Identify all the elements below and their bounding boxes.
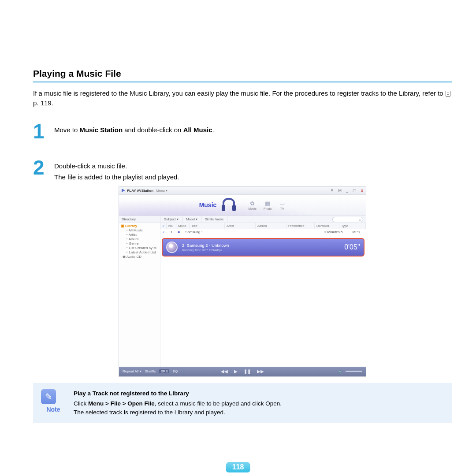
content-area: ✓ No. Mood Title Artist Album Preference…	[160, 223, 366, 367]
nav-tv[interactable]: ▭TV	[279, 200, 286, 210]
column-headers: ✓ No. Mood Title Artist Album Preference…	[160, 223, 366, 229]
note-label: Note	[41, 406, 66, 413]
track-row-1[interactable]: ✓ 1 ■ Samsung 1 ☆☆☆☆☆ 2 Minutes 5... MP3	[160, 229, 366, 235]
disc-icon	[166, 242, 178, 253]
srs-button[interactable]: SRS	[159, 369, 169, 373]
row1-no: 1	[171, 230, 172, 234]
titlebar-maximize-button[interactable]: ▢	[353, 188, 357, 193]
sidebar-item-latest-added[interactable]: ⁃ Latest Added List	[121, 250, 158, 254]
menu-dropdown[interactable]: Menu ▾	[156, 189, 167, 193]
col-album[interactable]: Album	[256, 223, 286, 229]
titlebar-minimize-button[interactable]: _	[346, 188, 348, 193]
col-no[interactable]: No.	[167, 223, 176, 229]
pause-button[interactable]: ❚❚	[244, 369, 251, 374]
app-header: Music ✿Movie ▦Photo ▭TV	[119, 195, 366, 216]
step-1: 1 Move to Music Station and double-click…	[33, 121, 452, 141]
now-playing-subtitle: Running Time 0:07 1994kbps	[182, 249, 229, 252]
step-1-body: Move to Music Station and double-click o…	[54, 121, 214, 141]
volume-icon[interactable]: 🔈	[338, 369, 343, 373]
headphones-icon	[220, 196, 238, 214]
search-input[interactable]: ⌕	[332, 217, 363, 222]
step1-b1: Music Station	[80, 126, 123, 134]
note-line2: The selected track is registered to the …	[74, 408, 282, 417]
step1-pre: Move to	[54, 126, 80, 134]
app-logo-icon	[122, 189, 125, 192]
sidebar-item-all-music[interactable]: ⁃ All Music	[121, 228, 158, 232]
sidebar-item-album[interactable]: ⁃ Album	[121, 237, 158, 241]
sidebar-item-list-created[interactable]: ⁃ List Created by M	[121, 246, 158, 250]
repeat-mode[interactable]: Repeat All ▾	[123, 369, 141, 373]
col-check[interactable]: ✓	[160, 223, 167, 229]
filter-subject[interactable]: Subject ▾	[160, 216, 182, 223]
titlebar-pin-button[interactable]: ⚲	[331, 188, 334, 193]
filter-similar[interactable]: Similar tracks	[201, 216, 227, 223]
step2-line1: Double-click a music file.	[54, 160, 179, 172]
now-playing-title: 2. Samsung 2 - Unknown	[182, 243, 229, 248]
app-screenshot: PLAY AVStation Menu ▾ ⚲ M _ ▢ x Music ✿M…	[119, 186, 366, 377]
photo-icon: ▦	[264, 200, 271, 207]
titlebar-close-button[interactable]: x	[361, 188, 363, 193]
step-2-body: Double-click a music file. The file is a…	[54, 157, 179, 183]
page-number-badge: 118	[226, 462, 250, 472]
search-icon: ⌕	[359, 217, 361, 222]
row-check-icon: ✓	[162, 230, 165, 234]
nav-photo[interactable]: ▦Photo	[264, 200, 271, 210]
sidebar-root-label: Library	[125, 224, 137, 228]
volume-slider[interactable]	[346, 371, 362, 372]
intro-paragraph: If a music file is registered to the Mus…	[33, 89, 452, 108]
cd-icon: ◉	[123, 255, 126, 259]
page-title: Playing a Music File	[33, 68, 452, 79]
row1-mood: ■	[178, 230, 180, 234]
note-title: Play a Track not registered to the Libra…	[74, 389, 282, 398]
col-artist[interactable]: Artist	[225, 223, 256, 229]
titlebar-m-button[interactable]: M	[338, 188, 342, 193]
col-duration[interactable]: Duration	[315, 223, 339, 229]
step-1-number: 1	[33, 121, 54, 141]
step1-mid: and double-click on	[123, 126, 183, 134]
note-pencil-icon: ✎	[41, 389, 56, 404]
intro-post: p. 119.	[33, 99, 53, 107]
row1-duration: 2 Minutes 5...	[324, 230, 346, 234]
step-2: 2 Double-click a music file. The file is…	[33, 157, 452, 183]
app-filter-bar: Directory Subject ▾ Mood ▾ Similar track…	[119, 216, 366, 223]
note-line1: Click Menu > File > Open File, select a …	[74, 399, 282, 408]
folder-icon: ▣	[121, 224, 124, 228]
next-button[interactable]: ▶▶	[257, 369, 264, 374]
player-footer: Repeat All ▾ Shuffle SRS EQ ◀◀ ▶ ❚❚ ▶▶ 🔈	[119, 367, 366, 376]
col-title[interactable]: Title	[190, 223, 225, 229]
shuffle-toggle[interactable]: Shuffle	[145, 369, 156, 373]
sidebar-item-artist[interactable]: ⁃ Artist	[121, 233, 158, 237]
note-box: ✎ Note Play a Track not registered to th…	[33, 383, 452, 424]
page-ref-icon	[446, 91, 450, 97]
sidebar-item-audio-cd[interactable]: ◉ Audio CD	[121, 255, 158, 259]
nav-photo-label: Photo	[264, 207, 271, 210]
sidebar-library-root[interactable]: ▣Library	[121, 224, 158, 228]
step-2-number: 2	[33, 157, 54, 183]
step1-post: .	[212, 126, 214, 134]
row1-type: MP3	[353, 230, 360, 234]
filter-directory[interactable]: Directory	[119, 216, 160, 223]
play-button[interactable]: ▶	[234, 369, 238, 374]
col-mood[interactable]: Mood	[176, 223, 190, 229]
row1-title: Samsung 1	[185, 230, 203, 234]
header-section-label: Music	[199, 201, 217, 208]
now-playing-bar[interactable]: 2. Samsung 2 - Unknown Running Time 0:07…	[162, 238, 364, 257]
col-preference[interactable]: Preference	[286, 223, 315, 229]
nav-movie-label: Movie	[248, 207, 257, 210]
step1-b2: All Music	[183, 126, 212, 134]
intro-pre: If a music file is registered to the Mus…	[33, 89, 445, 97]
eq-button[interactable]: EQ	[173, 369, 178, 373]
screenshot-container: PLAY AVStation Menu ▾ ⚲ M _ ▢ x Music ✿M…	[33, 186, 452, 377]
page-number: 118	[226, 462, 250, 472]
filter-mood[interactable]: Mood ▾	[182, 216, 201, 223]
tv-icon: ▭	[279, 200, 286, 207]
sidebar-item-genre[interactable]: ⁃ Genre	[121, 242, 158, 245]
sidebar: ▣Library ⁃ All Music ⁃ Artist ⁃ Album ⁃ …	[119, 223, 160, 367]
nav-tv-label: TV	[280, 207, 284, 210]
prev-button[interactable]: ◀◀	[221, 369, 228, 374]
nav-movie[interactable]: ✿Movie	[248, 200, 257, 210]
film-reel-icon: ✿	[249, 200, 256, 207]
col-type[interactable]: Type	[339, 223, 366, 229]
app-titlebar: PLAY AVStation Menu ▾ ⚲ M _ ▢ x	[119, 187, 366, 195]
title-divider	[33, 82, 452, 82]
